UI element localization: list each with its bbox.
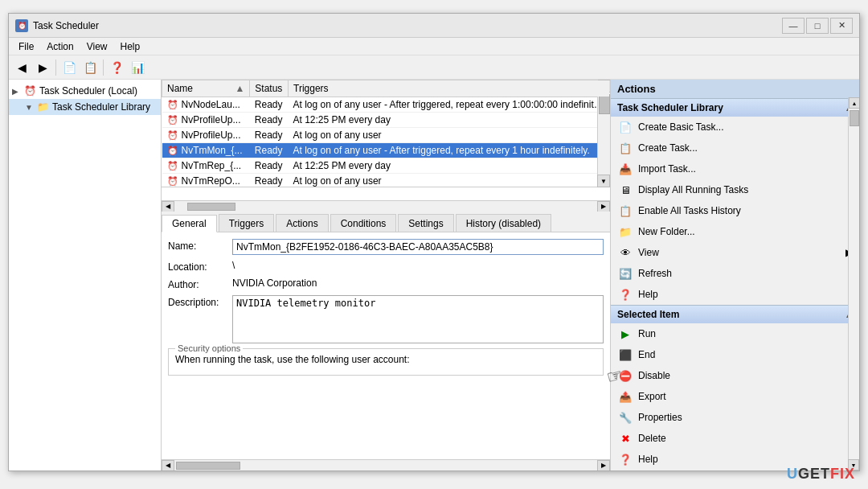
toolbar-btn-3[interactable]: 📊 xyxy=(128,58,147,77)
watermark: UGETFIX xyxy=(787,466,855,483)
action-run[interactable]: ▶ Run xyxy=(611,323,859,344)
detail-content: Name: Location: \ Author: NVIDIA Corpora… xyxy=(162,232,610,459)
description-textarea[interactable]: NVIDIA telemetry monitor xyxy=(232,295,604,343)
table-hscrollbar[interactable]: ◀ ▶ xyxy=(162,200,610,212)
tab-triggers[interactable]: Triggers xyxy=(219,214,275,232)
menu-action[interactable]: Action xyxy=(40,39,80,54)
tab-settings[interactable]: Settings xyxy=(398,214,453,232)
detail-hscroll-thumb[interactable] xyxy=(176,462,240,470)
tab-general[interactable]: General xyxy=(162,215,217,232)
name-input[interactable] xyxy=(232,239,604,255)
right-vscrollbar[interactable]: ▲ ▼ xyxy=(848,97,859,471)
close-button[interactable]: ✕ xyxy=(830,18,853,34)
security-row: When running the task, use the following… xyxy=(175,354,596,365)
vscroll-thumb[interactable] xyxy=(599,94,610,114)
action-view-left: 👁 View xyxy=(617,244,659,261)
back-button[interactable]: ◀ xyxy=(12,58,31,77)
tasks-table: Name ▲ Status Triggers ⏰NvNodeLau...Read… xyxy=(162,80,610,187)
location-label: Location: xyxy=(168,260,232,273)
tab-conditions[interactable]: Conditions xyxy=(330,214,397,232)
action-create-basic[interactable]: 📄 Create Basic Task... xyxy=(611,117,859,138)
minimize-button[interactable]: — xyxy=(782,18,805,34)
action-export[interactable]: 📤 Export xyxy=(611,386,859,407)
end-icon: ⬛ xyxy=(617,347,633,363)
table-row[interactable]: ⏰NvProfileUp...ReadyAt log on of any use… xyxy=(162,128,610,143)
detail-scroll-wrap: General Triggers Actions Conditions Sett… xyxy=(162,212,610,471)
tab-history[interactable]: History (disabled) xyxy=(456,214,551,232)
task-table-wrap: Name ▲ Status Triggers ⏰NvNodeLau...Read… xyxy=(162,80,610,200)
action-end[interactable]: ⬛ End xyxy=(611,344,859,365)
hscroll-thumb[interactable] xyxy=(187,203,235,211)
toolbar-sep-1 xyxy=(55,60,56,76)
tab-actions[interactable]: Actions xyxy=(276,214,328,232)
hscroll-left[interactable]: ◀ xyxy=(162,201,174,212)
task-status-cell: Ready xyxy=(250,97,289,113)
security-text: When running the task, use the following… xyxy=(175,354,596,365)
task-status-cell: Ready xyxy=(250,158,289,174)
section-selected-header[interactable]: Selected Item ▲ xyxy=(611,305,859,323)
actions-panel: Actions Task Scheduler Library ▲ 📄 Creat… xyxy=(610,80,859,471)
col-triggers[interactable]: Triggers xyxy=(289,80,610,97)
action-import[interactable]: 📥 Import Task... xyxy=(611,158,859,179)
action-refresh[interactable]: 🔄 Refresh xyxy=(611,263,859,284)
toolbar-btn-1[interactable]: 📄 xyxy=(59,58,79,77)
vscroll-down[interactable]: ▼ xyxy=(597,175,610,187)
menu-view[interactable]: View xyxy=(80,39,114,54)
export-icon: 📤 xyxy=(617,388,633,405)
create-task-icon: 📋 xyxy=(617,140,633,156)
task-name-cell: ⏰NvTmMon_{... xyxy=(162,143,250,158)
col-status[interactable]: Status xyxy=(250,80,289,97)
right-vscroll-up[interactable]: ▲ xyxy=(849,97,859,109)
description-row: Description: NVIDIA telemetry monitor xyxy=(168,295,604,343)
task-trigger-cell: At 12:25 PM every day xyxy=(289,158,610,174)
action-new-folder[interactable]: 📁 New Folder... xyxy=(611,221,859,242)
hscroll-right[interactable]: ▶ xyxy=(597,201,610,212)
detail-hscroll-left[interactable]: ◀ xyxy=(162,460,174,471)
tree-label-library: Task Scheduler Library xyxy=(52,101,150,113)
toolbar-btn-2[interactable]: 📋 xyxy=(80,58,100,77)
col-name[interactable]: Name ▲ xyxy=(162,80,250,97)
action-disable-label: Disable xyxy=(638,370,670,381)
local-icon: ⏰ xyxy=(23,84,36,97)
author-value: NVIDIA Corporation xyxy=(232,277,604,289)
action-enable-history[interactable]: 📋 Enable All Tasks History xyxy=(611,200,859,221)
right-vscroll-thumb[interactable] xyxy=(850,110,859,126)
menu-file[interactable]: File xyxy=(12,39,40,54)
action-help-1[interactable]: ❓ Help xyxy=(611,284,859,305)
task-trigger-cell: At log on of any user xyxy=(289,174,610,188)
detail-hscrollbar[interactable]: ◀ ▶ xyxy=(162,459,610,471)
maximize-button[interactable]: □ xyxy=(806,18,829,34)
action-import-label: Import Task... xyxy=(638,163,696,175)
display-running-icon: 🖥 xyxy=(617,182,633,198)
properties-icon: 🔧 xyxy=(617,409,633,425)
section-library-header[interactable]: Task Scheduler Library ▲ xyxy=(611,98,859,117)
name-row: Name: xyxy=(168,239,604,255)
table-row[interactable]: ⏰NvTmRep_{...ReadyAt 12:25 PM every day xyxy=(162,158,610,174)
table-row[interactable]: ⏰NvTmRepO...ReadyAt log on of any user xyxy=(162,174,610,188)
action-enable-history-label: Enable All Tasks History xyxy=(638,205,741,216)
menu-bar: File Action View Help xyxy=(9,38,859,55)
detail-hscroll-right[interactable]: ▶ xyxy=(597,460,610,471)
location-value: \ xyxy=(232,260,604,271)
action-display-running[interactable]: 🖥 Display All Running Tasks xyxy=(611,179,859,200)
table-row[interactable]: ⏰NvNodeLau...ReadyAt log on of any user … xyxy=(162,97,610,113)
action-new-folder-label: New Folder... xyxy=(638,226,695,237)
window-title: Task Scheduler xyxy=(33,20,782,31)
table-row[interactable]: ⏰NvTmMon_{...ReadyAt log on of any user … xyxy=(162,143,610,158)
action-create-task[interactable]: 📋 Create Task... xyxy=(611,138,859,158)
security-title: Security options xyxy=(175,343,243,353)
action-delete[interactable]: ✖ Delete xyxy=(611,428,859,449)
menu-help[interactable]: Help xyxy=(114,39,147,54)
action-view[interactable]: 👁 View ▶ xyxy=(611,242,859,263)
forward-button[interactable]: ▶ xyxy=(33,58,52,77)
table-row[interactable]: ⏰NvProfileUp...ReadyAt 12:25 PM every da… xyxy=(162,113,610,128)
tree-item-library[interactable]: ▼ 📁 Task Scheduler Library xyxy=(9,99,161,115)
action-properties[interactable]: 🔧 Properties xyxy=(611,407,859,428)
action-disable[interactable]: ⛔ Disable xyxy=(611,365,859,386)
task-status-cell: Ready xyxy=(250,174,289,188)
center-panel: Name ▲ Status Triggers ⏰NvNodeLau...Read… xyxy=(162,80,610,471)
task-trigger-cell: At log on of any user - After triggered,… xyxy=(289,143,610,158)
title-bar: ⏰ Task Scheduler — □ ✕ xyxy=(9,14,859,38)
help-toolbar-button[interactable]: ❓ xyxy=(107,58,126,77)
tree-item-local[interactable]: ▶ ⏰ Task Scheduler (Local) xyxy=(9,83,161,99)
